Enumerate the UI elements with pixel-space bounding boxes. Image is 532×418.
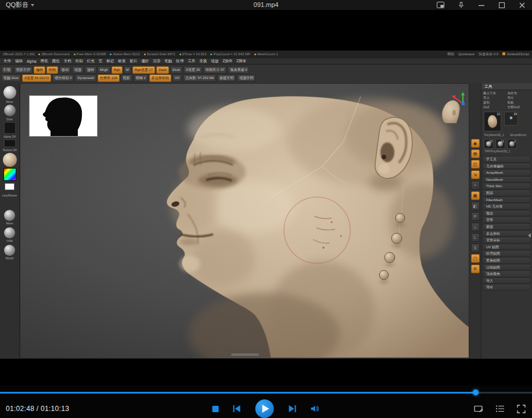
tool-action-button[interactable]: 全部GoZ: [508, 105, 531, 109]
zbrush-nav-icon[interactable]: S: [471, 244, 480, 252]
tool-section-header[interactable]: UV 贴图: [483, 244, 531, 251]
zbrush-nav-icon[interactable]: ⇲: [471, 170, 480, 179]
zbrush-titlebar-item[interactable]: 快速保存 0.0: [479, 52, 498, 57]
tool-action-button[interactable]: 导入: [483, 96, 506, 100]
tool-section-header[interactable]: 子工具: [483, 156, 531, 163]
canvas-scrollbar[interactable]: [231, 353, 259, 356]
previous-button[interactable]: [233, 405, 241, 412]
current-brush-thumb[interactable]: [3, 86, 16, 99]
zbrush-shelf-control[interactable]: 分辨率 128: [98, 74, 120, 82]
zbrush-nav-icon[interactable]: ⊥: [471, 223, 480, 231]
tool-section-header[interactable]: 预览: [483, 210, 531, 217]
zbrush-menu-item[interactable]: 笔触: [164, 59, 172, 64]
app-menu-button[interactable]: QQ影音: [0, 0, 40, 10]
quick-brush[interactable]: Morph: [4, 245, 15, 260]
video-display-area[interactable]: ZBrush 2021.7.1 [M]ZBrush DocumentFree M…: [0, 10, 532, 385]
zbrush-menu-item[interactable]: 灯光: [87, 59, 95, 64]
tool-action-button[interactable]: 载入工具: [483, 91, 506, 95]
zbrush-shelf-control[interactable]: 编辑: [34, 66, 45, 74]
zbrush-shelf-control[interactable]: UV: [172, 74, 182, 82]
tool-section-header[interactable]: ArrayMesh: [483, 169, 531, 176]
simplebrush-thumb[interactable]: * 29: [504, 112, 518, 126]
zbrush-shelf-control[interactable]: 总点数: 57.253 Mil: [183, 74, 216, 82]
fullscreen-button[interactable]: [517, 405, 526, 413]
recent-tool-thumb[interactable]: 23: [484, 139, 494, 149]
quick-brush[interactable]: Inflat: [4, 227, 15, 242]
tool-action-button[interactable]: 复制: [483, 101, 506, 105]
tool-section-header[interactable]: Thick Skin: [483, 183, 531, 190]
zbrush-shelf-control[interactable]: Rgb: [112, 66, 123, 74]
zbrush-menu-item[interactable]: 文档: [64, 59, 71, 64]
zbrush-shelf-control[interactable]: Z强度 25: [184, 66, 202, 74]
zbrush-titlebar-item[interactable]: DefaultZScript: [502, 52, 529, 56]
zbrush-shelf-control[interactable]: 投影: [121, 74, 132, 82]
zbrush-nav-icon[interactable]: ◧: [471, 202, 480, 210]
zbrush-titlebar-item[interactable]: Quicksave: [458, 52, 475, 56]
zbrush-menu-item[interactable]: 变换: [199, 59, 207, 64]
zbrush-shelf-control[interactable]: 缩放: [72, 66, 84, 74]
zbrush-menu-item[interactable]: 缩放: [211, 59, 218, 64]
color-swatch[interactable]: [5, 183, 15, 190]
zbrush-nav-icon[interactable]: ▦: [471, 191, 480, 200]
zbrush-shelf-control[interactable]: Z强度 65.02272: [22, 74, 51, 82]
zbrush-nav-icon[interactable]: +: [471, 181, 480, 190]
zbrush-menu-item[interactable]: 材质: [118, 59, 125, 64]
zbrush-shelf-control[interactable]: 灯箱: [1, 66, 13, 74]
zbrush-nav-icon[interactable]: L: [471, 233, 480, 242]
zbrush-menu-item[interactable]: 渲染: [153, 59, 160, 64]
zbrush-titlebar-item[interactable]: 帮助: [447, 52, 454, 57]
zbrush-menu-item[interactable]: 影片: [130, 59, 137, 64]
zbrush-shelf-control[interactable]: 焦点衰减 0: [228, 66, 249, 74]
active-tool-thumb[interactable]: 22: [484, 112, 501, 131]
zbrush-menu-item[interactable]: 颜色: [52, 59, 60, 64]
zbrush-menu-item[interactable]: 标记: [106, 59, 114, 64]
zbrush-nav-icon[interactable]: P: [471, 212, 480, 221]
zbrush-menu-item[interactable]: Z插件: [222, 59, 232, 64]
quick-brush[interactable]: Move: [4, 210, 15, 225]
tool-action-button[interactable]: GoZ: [483, 105, 506, 109]
tool-action-button[interactable]: 导出: [508, 96, 531, 100]
tool-section-header[interactable]: 纹理贴图: [483, 250, 531, 257]
tool-section-header[interactable]: 多边形组: [483, 230, 531, 237]
texture-thumb[interactable]: [4, 140, 16, 147]
volume-button[interactable]: [311, 405, 320, 412]
zbrush-shelf-control[interactable]: M: [124, 66, 131, 74]
tool-section-header[interactable]: 法线贴图: [483, 264, 531, 271]
zbrush-shelf-control[interactable]: 移动: [59, 66, 71, 74]
zbrush-menu-item[interactable]: Alpha: [27, 59, 37, 63]
zbrush-shelf-control[interactable]: 绘制大小 37: [203, 66, 227, 74]
zbrush-shelf-control[interactable]: 绘制: [46, 66, 58, 74]
zbrush-shelf-control[interactable]: 旋转: [85, 66, 96, 74]
recent-tool-thumb[interactable]: 21: [495, 139, 505, 149]
tool-section-header[interactable]: 顶点颜色: [483, 270, 531, 277]
tool-section-header[interactable]: 变形: [483, 216, 531, 223]
zbrush-menu-item[interactable]: 绘制: [76, 59, 83, 64]
zbrush-shelf-control[interactable]: Mrgb: [98, 66, 110, 74]
next-button[interactable]: [289, 405, 297, 412]
zbrush-menu-item[interactable]: 编辑: [15, 59, 23, 64]
zbrush-shelf-control[interactable]: 模糊 2: [134, 74, 148, 82]
zbrush-shelf-control[interactable]: Rgb强度 17: [132, 66, 155, 74]
tool-action-button[interactable]: 粘贴: [508, 101, 531, 105]
stroke-thumb[interactable]: [4, 105, 16, 116]
zbrush-shelf-control[interactable]: 细分级别 3: [52, 74, 74, 82]
tool-section-header[interactable]: 导入: [483, 277, 531, 284]
zbrush-canvas[interactable]: [20, 83, 469, 359]
stop-button[interactable]: [213, 406, 219, 412]
recent-tool-thumb[interactable]: 2: [507, 139, 517, 149]
zbrush-menu-item[interactable]: 纹理: [176, 59, 184, 64]
zbrush-nav-icon[interactable]: ◉: [471, 139, 480, 148]
close-button[interactable]: [512, 0, 532, 10]
zbrush-menu-item[interactable]: 工具: [188, 59, 195, 64]
tool-action-button[interactable]: 另存为: [508, 91, 531, 95]
tool-section-header[interactable]: 置换贴图: [483, 257, 531, 264]
seek-knob[interactable]: [473, 390, 479, 395]
panel-collapse-icon[interactable]: [528, 233, 531, 238]
playlist-button[interactable]: [495, 405, 505, 413]
tool-section-header[interactable]: HD 几何体: [483, 203, 531, 210]
zbrush-nav-icon[interactable]: ◫: [471, 160, 480, 169]
minimize-button[interactable]: [471, 0, 491, 10]
zbrush-menu-item[interactable]: 宏: [99, 59, 103, 64]
zbrush-menu-item[interactable]: Z脚本: [236, 59, 246, 64]
zbrush-menu-item[interactable]: 画笔: [41, 59, 48, 64]
